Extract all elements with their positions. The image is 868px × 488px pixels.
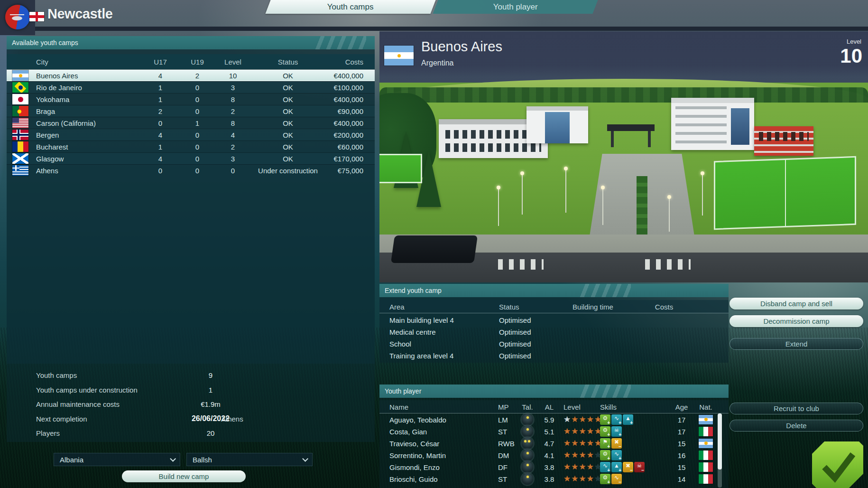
city-dropdown[interactable]: Ballsh [186, 453, 313, 466]
extend-area-row[interactable]: Medical centreOptimised [379, 326, 729, 338]
confirm-button[interactable] [812, 441, 863, 488]
player-age-cell: 15 [671, 463, 692, 471]
player-age-cell: 15 [671, 439, 692, 447]
camp-costs-cell: €60,000 [292, 143, 363, 151]
camp-row[interactable]: Glasgow403OK€170,000 [7, 152, 375, 164]
skill-sign: − [619, 444, 621, 449]
tab-youth-camps[interactable]: Youth camps [265, 0, 435, 14]
camp-row[interactable]: Braga202OK€90,000 [7, 105, 375, 117]
star-icon: ★ [587, 474, 594, 484]
talent-icon [522, 414, 533, 425]
player-name-cell: Gismondi, Enzo [389, 463, 440, 471]
camp-u17-cell: 0 [141, 119, 179, 127]
summary-row: Annual maintenance costs€1.9m [7, 398, 375, 410]
star-icon: ★ [571, 450, 578, 460]
recruit-to-club-button[interactable]: Recruit to club [729, 403, 863, 414]
talent-cell [517, 461, 538, 473]
camp-level-cell: 3 [214, 84, 252, 92]
status-cell: Optimised [499, 339, 531, 347]
country-flag-icon [12, 165, 28, 176]
camp-city-cell: Yokohama [36, 95, 69, 103]
player-star-rating: ★★★★★ [563, 438, 601, 449]
camp-row[interactable]: Bucharest102OK€60,000 [7, 141, 375, 152]
skill-icon: ⚙+ [600, 450, 610, 460]
skill-sign: − [641, 468, 644, 473]
camp-u19-cell: 0 [178, 155, 216, 163]
extend-table-rows: Main building level 4OptimisedMedical ce… [379, 314, 729, 361]
talent-icon [522, 450, 533, 461]
player-al-cell: 4.1 [539, 451, 560, 459]
camp-detail-header: Buenos Aires Argentina Level 10 [379, 31, 868, 77]
youth-player-row[interactable]: Gismondi, EnzoDF3.8★★★★★∿+▲+✖−☠−15 [379, 461, 729, 473]
skill-icon: ▲+ [623, 414, 633, 425]
star-icon: ★ [587, 426, 594, 437]
nationality-flag-icon [699, 427, 713, 436]
star-icon: ★ [571, 474, 578, 484]
camp-costs-cell: €400,000 [292, 119, 363, 127]
delete-button[interactable]: Delete [729, 420, 863, 432]
extend-area-row[interactable]: Main building level 4Optimised [379, 314, 729, 326]
camp-u19-cell: 0 [178, 84, 216, 92]
star-icon: ★ [587, 450, 594, 460]
camp-city-cell: Braga [36, 107, 55, 115]
youth-player-row[interactable]: Costa, GianST5.1★★★★★⚙+☠+17 [379, 425, 729, 437]
camp-costs-cell: €75,000 [292, 167, 363, 175]
talent-cell [517, 426, 538, 437]
youth-list-scrollbar[interactable] [718, 413, 722, 488]
camp-u19-cell: 1 [178, 119, 216, 127]
camp-level-label: Level [847, 38, 861, 45]
camp-row[interactable]: Buenos Aires4210OK€400,000 [7, 69, 375, 81]
skill-sign: − [630, 468, 633, 473]
skill-sign: + [607, 432, 610, 437]
tab-youth-player[interactable]: Youth player [433, 0, 598, 14]
country-flag-icon [12, 130, 28, 140]
extend-button[interactable]: Extend [729, 338, 863, 350]
disband-camp-button[interactable]: Disband camp and sell [729, 298, 863, 310]
youth-player-row[interactable]: Brioschi, GuidoST3.8★★★★★⚙+∿−14 [379, 473, 729, 485]
youth-camps-screen: Newcastle Youth camps Youth player Avail… [0, 0, 868, 488]
camp-u19-cell: 0 [178, 131, 216, 139]
star-icon: ★ [563, 450, 571, 460]
player-position-cell: DM [498, 451, 509, 459]
talent-icon [522, 461, 533, 473]
player-nationality-cell [695, 439, 716, 448]
camp-row[interactable]: Yokohama108OK€400,000 [7, 93, 375, 105]
youth-player-row[interactable]: Travieso, CésarRWB4.7★★★★★⚑+✖−15 [379, 437, 729, 449]
player-name-cell: Aguayo, Teobaldo [389, 415, 446, 423]
player-nationality-cell [695, 474, 716, 484]
skill-sign: + [607, 468, 610, 473]
youth-player-row[interactable]: Aguayo, TeobaldoLM5.9★★★★★⚙+∿+▲+17 [379, 413, 729, 425]
nationality-flag-icon [699, 415, 713, 424]
skill-sign: + [619, 420, 621, 425]
skill-icon: ☠− [634, 462, 645, 472]
star-icon: ★ [579, 414, 586, 425]
camp-row[interactable]: Rio de Janeiro103OK€100,000 [7, 81, 375, 93]
camp-city-title: Buenos Aires [421, 39, 502, 55]
player-name-cell: Travieso, César [389, 439, 439, 447]
decommission-camp-button[interactable]: Decommission camp [729, 315, 863, 327]
summary-row: Youth camps under construction1 [7, 384, 375, 395]
available-camps-panel: Available youth camps City U17 U19 Level… [7, 36, 375, 442]
extend-area-row[interactable]: SchoolOptimised [379, 338, 729, 349]
youth-player-row[interactable]: Sorrentino, MartinDM4.1★★★★★⚙+∿+16 [379, 449, 729, 461]
country-flag-icon [12, 106, 28, 116]
talent-dot [526, 452, 529, 454]
camp-city-cell: Carson (California) [36, 119, 96, 127]
player-skills: ⚙+∿− [600, 474, 622, 484]
country-dropdown[interactable]: Albania [54, 453, 180, 466]
talent-dot [526, 476, 529, 478]
summary-value: 20 [163, 429, 258, 437]
player-al-cell: 5.1 [539, 427, 560, 435]
extend-table-header: Area Status Building time Costs [379, 300, 729, 313]
star-icon: ★ [563, 462, 571, 472]
camp-city-cell: Bucharest [36, 143, 68, 151]
camp-row[interactable]: Athens000Under construction€75,000 [7, 164, 375, 176]
camp-row[interactable]: Bergen404OK€200,000 [7, 129, 375, 141]
player-al-cell: 3.8 [539, 475, 560, 483]
camp-level-cell: 2 [214, 107, 252, 115]
camp-level-cell: 10 [214, 72, 252, 80]
build-new-camp-button[interactable]: Build new camp [122, 470, 246, 482]
extend-area-row[interactable]: Training area level 4Optimised [379, 349, 729, 361]
scrollbar-thumb[interactable] [718, 413, 722, 469]
camp-row[interactable]: Carson (California)018OK€400,000 [7, 117, 375, 129]
